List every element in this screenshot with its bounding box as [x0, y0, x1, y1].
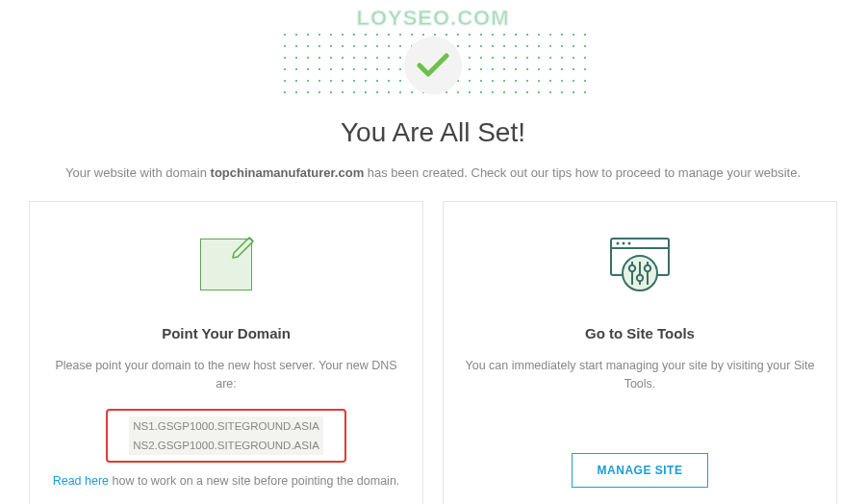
- read-here-link[interactable]: Read here: [53, 474, 109, 488]
- page-subtitle: Your website with domain topchinamanufat…: [0, 165, 866, 180]
- card-point-domain: Point Your Domain Please point your doma…: [29, 201, 423, 504]
- card-icon-wrap: [200, 229, 252, 300]
- site-tools-icon: [606, 235, 674, 294]
- svg-point-2: [617, 242, 620, 245]
- page-title: You Are All Set!: [0, 117, 866, 148]
- read-here-suffix: how to work on a new site before pointin…: [109, 474, 399, 488]
- card-left-title: Point Your Domain: [162, 325, 291, 341]
- card-left-text: Please point your domain to the new host…: [51, 357, 401, 393]
- svg-point-4: [628, 242, 631, 245]
- card-right-text: You can immediately start managing your …: [465, 357, 815, 393]
- subtitle-prefix: Your website with domain: [65, 165, 211, 180]
- dots-background: [279, 29, 587, 96]
- card-right-title: Go to Site Tools: [585, 325, 695, 341]
- pencil-icon: [230, 232, 259, 261]
- card-icon-wrap: [606, 229, 674, 300]
- dns-line-1: NS1.GSGP1000.SITEGROUND.ASIA: [129, 416, 323, 436]
- svg-point-10: [637, 275, 643, 281]
- svg-point-9: [629, 265, 635, 271]
- card-site-tools: Go to Site Tools You can immediately sta…: [443, 201, 837, 504]
- subtitle-suffix: has been created. Check out our tips how…: [364, 165, 801, 180]
- note-icon: [200, 239, 252, 290]
- svg-point-3: [623, 242, 625, 245]
- dns-line-2: NS2.GSGP1000.SITEGROUND.ASIA: [129, 436, 323, 455]
- svg-point-11: [645, 265, 650, 271]
- success-circle: [404, 37, 462, 94]
- cards-row: Point Your Domain Please point your doma…: [0, 180, 866, 504]
- watermark-text: LOYSEO.COM: [356, 6, 509, 31]
- dns-highlight-box: NS1.GSGP1000.SITEGROUND.ASIA NS2.GSGP100…: [106, 409, 346, 464]
- check-icon: [417, 53, 449, 78]
- subtitle-domain: topchinamanufaturer.com: [211, 165, 365, 180]
- manage-site-button[interactable]: MANAGE SITE: [572, 453, 709, 488]
- read-here-line: Read here how to work on a new site befo…: [53, 474, 400, 488]
